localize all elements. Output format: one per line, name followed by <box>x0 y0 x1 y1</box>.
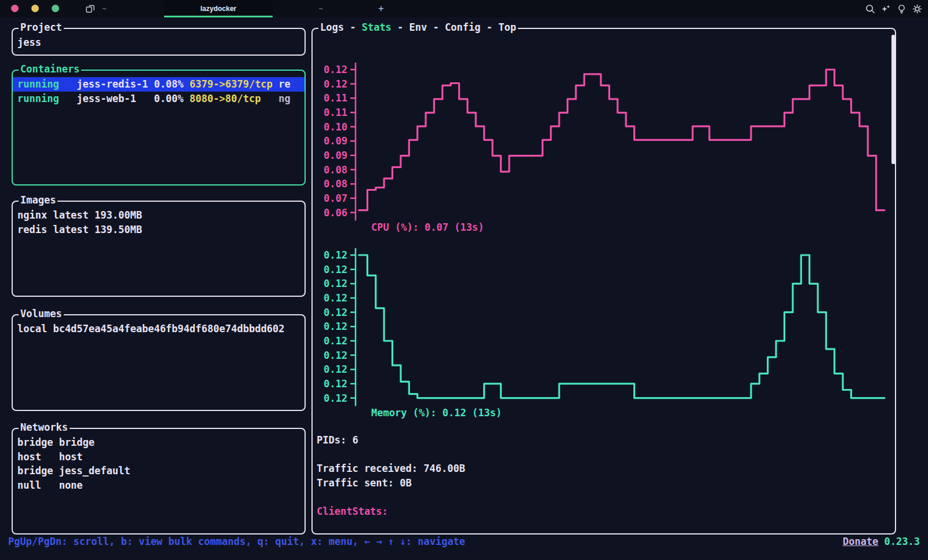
images-panel[interactable]: Images nginx latest 193.00MB redis lates… <box>12 201 306 297</box>
svg-text:0.10: 0.10 <box>324 121 347 133</box>
container-ports: 6379->6379/tcp <box>190 78 279 90</box>
image-tag: latest <box>53 224 95 235</box>
panel-title: Containers <box>19 63 81 75</box>
tab-label: + <box>378 3 384 14</box>
svg-text:0.12: 0.12 <box>324 321 347 332</box>
networks-panel[interactable]: Networks bridge bridge host host bridge … <box>12 428 306 534</box>
close-button[interactable] <box>11 5 19 12</box>
new-tab-button[interactable]: + <box>365 0 397 17</box>
network-row-bridge[interactable]: bridge bridge <box>13 435 304 450</box>
donate-link[interactable]: Donate <box>843 536 878 547</box>
svg-text:0.12: 0.12 <box>324 363 347 375</box>
svg-text:0.12: 0.12 <box>324 378 347 390</box>
stats-scrollbar-thumb[interactable] <box>891 35 896 164</box>
svg-text:0.12: 0.12 <box>324 249 347 261</box>
container-status: running <box>17 78 77 90</box>
titlebar-actions <box>865 0 922 17</box>
pids-line: PIDs: 6 <box>317 434 358 446</box>
network-name: jess_default <box>59 465 130 477</box>
tab-top[interactable]: Top <box>498 21 516 33</box>
tab-env[interactable]: Env <box>409 21 427 33</box>
panel-title: Images <box>19 194 57 206</box>
tab-separator: - <box>392 21 409 33</box>
volume-name: bc4d57ea45a4feabe46fb94df680e74dbbdd602 <box>53 323 284 334</box>
tab-separator: - <box>480 21 498 33</box>
status-bar-right: Donate0.23.3 <box>843 536 920 547</box>
zoom-button[interactable] <box>52 5 59 12</box>
image-size: 139.50MB <box>95 224 142 235</box>
active-tab-indicator <box>164 16 273 17</box>
container-cpu: 0.00% <box>154 93 189 104</box>
network-driver: bridge <box>17 437 59 448</box>
version-label: 0.23.3 <box>884 536 920 547</box>
image-row-redis[interactable]: redis latest 139.50MB <box>13 223 304 237</box>
svg-text:0.12: 0.12 <box>324 392 347 404</box>
traffic-sent-line: Traffic sent: 0B <box>317 477 412 489</box>
tab-lazydocker[interactable]: lazydocker <box>164 0 273 17</box>
titlebar: ~ lazydocker ~ + <box>0 0 928 17</box>
svg-text:0.12: 0.12 <box>324 335 347 347</box>
svg-text:0.12: 0.12 <box>324 292 347 304</box>
container-image: re <box>278 78 290 90</box>
tab-home-1[interactable]: ~ <box>75 0 133 17</box>
svg-text:0.12: 0.12 <box>324 350 347 361</box>
minimize-button[interactable] <box>31 5 39 12</box>
svg-text:CPU (%): 0.07 (13s): CPU (%): 0.07 (13s) <box>371 221 484 233</box>
svg-text:Memory (%): 0.12 (13s): Memory (%): 0.12 (13s) <box>371 407 502 419</box>
svg-text:0.12: 0.12 <box>324 264 347 275</box>
network-driver: null <box>17 479 59 491</box>
svg-text:0.11: 0.11 <box>324 92 347 104</box>
tab-stats[interactable]: Stats <box>362 21 392 33</box>
svg-text:0.12: 0.12 <box>324 307 347 318</box>
image-row-nginx[interactable]: nginx latest 193.00MB <box>13 208 304 223</box>
container-ports: 8080->80/tcp <box>190 93 279 104</box>
project-name: jess <box>13 35 304 50</box>
panel-title: Networks <box>19 421 70 433</box>
panel-title: Project <box>19 21 64 33</box>
svg-text:0.11: 0.11 <box>324 107 347 118</box>
container-cpu: 0.08% <box>154 78 189 90</box>
network-name: host <box>59 451 83 463</box>
network-row-host[interactable]: host host <box>13 450 304 464</box>
container-row-jess-redis-1[interactable]: running jess-redis-1 0.08% 6379->6379/tc… <box>13 77 304 92</box>
tab-label: ~ <box>318 5 322 13</box>
volume-row[interactable]: local bc4d57ea45a4feabe46fb94df680e74dbb… <box>13 322 304 336</box>
tab-logs[interactable]: Logs <box>320 21 344 33</box>
container-name: jess-web-1 <box>77 93 154 104</box>
network-driver: bridge <box>17 465 59 477</box>
svg-text:0.09: 0.09 <box>324 135 347 147</box>
memory-usage-chart: 0.120.120.120.120.120.120.120.120.120.12… <box>316 243 887 420</box>
panel-title: Volumes <box>19 308 64 319</box>
container-status: running <box>17 93 77 104</box>
tab-config[interactable]: Config <box>445 21 480 33</box>
volumes-panel[interactable]: Volumes local bc4d57ea45a4feabe46fb94df6… <box>12 314 306 411</box>
tab-separator: - <box>427 21 445 33</box>
svg-text:0.07: 0.07 <box>324 192 347 204</box>
container-image: ng <box>278 93 290 104</box>
image-tag: latest <box>53 209 95 221</box>
terminal-window: ~ lazydocker ~ + <box>0 0 928 560</box>
image-repo: nginx <box>17 209 53 221</box>
search-icon[interactable] <box>865 4 875 14</box>
svg-text:0.09: 0.09 <box>324 150 347 161</box>
network-row-none[interactable]: null none <box>13 478 304 493</box>
network-name: none <box>59 479 83 491</box>
volume-driver: local <box>17 323 53 334</box>
project-panel[interactable]: Project jess <box>12 28 306 56</box>
container-row-jess-web-1[interactable]: running jess-web-1 0.00% 8080->80/tcp ng <box>13 92 304 106</box>
network-driver: host <box>17 451 59 463</box>
stats-panel-tabs: Logs - Stats - Env - Config - Top <box>318 21 518 33</box>
containers-panel[interactable]: Containers running jess-redis-1 0.08% 63… <box>12 70 306 186</box>
bulb-icon[interactable] <box>897 4 907 14</box>
tab-separator: - <box>344 21 362 33</box>
image-size: 193.00MB <box>95 209 142 221</box>
client-stats-line: ClientStats: <box>317 506 388 517</box>
tab-home-2[interactable]: ~ <box>290 0 351 17</box>
gear-icon[interactable] <box>912 4 922 14</box>
status-bar: PgUp/PgDn: scroll, b: view bulk commands… <box>8 536 920 547</box>
container-name: jess-redis-1 <box>77 78 154 90</box>
sparkles-icon[interactable] <box>881 4 891 14</box>
keybindings-help: PgUp/PgDn: scroll, b: view bulk commands… <box>8 536 465 547</box>
svg-text:0.08: 0.08 <box>324 164 347 176</box>
network-row-jess-default[interactable]: bridge jess_default <box>13 464 304 478</box>
